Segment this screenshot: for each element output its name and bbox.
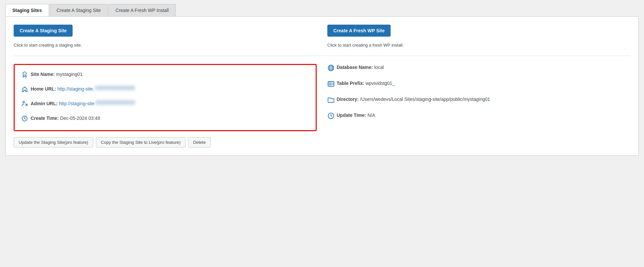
- tabs-bar: Staging Sites Create A Staging Site Crea…: [0, 0, 644, 16]
- db-name-row: Database Name: local: [327, 64, 630, 74]
- folder-icon: [327, 96, 337, 106]
- site-name-value: mystaging01: [56, 71, 82, 78]
- table-icon: [327, 80, 337, 90]
- create-fresh-wp-button[interactable]: Create A Fresh WP Site: [327, 25, 391, 37]
- home-icon: [21, 86, 31, 95]
- update-time-row: Update Time: N/A: [327, 112, 630, 122]
- create-time-value: Dec-05-2024 03:48: [60, 115, 100, 122]
- bottom-actions: Update the Staging Site(pro feature) Cop…: [14, 137, 317, 147]
- create-staging-desc: Click to start creating a staging site.: [14, 43, 317, 48]
- db-name-value: local: [374, 64, 384, 71]
- admin-url-link[interactable]: http://staging-site: [59, 100, 95, 107]
- main-panel: Create A Staging Site Click to start cre…: [5, 16, 639, 156]
- admin-url-blurred: [95, 100, 135, 105]
- site-name-row: Site Name: mystaging01: [21, 71, 309, 80]
- home-url-label: Home URL:: [31, 86, 56, 93]
- tab-staging-sites[interactable]: Staging Sites: [5, 4, 49, 16]
- admin-icon: [21, 101, 31, 110]
- directory-value: /Users/wedevs/Local Sites/staging-site/a…: [360, 96, 490, 103]
- update-staging-button[interactable]: Update the Staging Site(pro feature): [14, 137, 93, 147]
- table-prefix-row: Table Prefix: wpvividstg01_: [327, 80, 630, 90]
- home-url-blurred: [95, 86, 135, 90]
- copy-to-live-button[interactable]: Copy the Staging Site to Live(pro featur…: [96, 137, 185, 147]
- svg-point-0: [23, 72, 26, 75]
- create-staging-button[interactable]: Create A Staging Site: [14, 25, 73, 37]
- svg-rect-8: [328, 82, 334, 86]
- admin-url-label: Admin URL:: [31, 100, 58, 107]
- create-fresh-wp-action: Create A Fresh WP Site Click to start cr…: [327, 25, 630, 48]
- top-actions: Create A Staging Site Click to start cre…: [14, 25, 630, 56]
- update-clock-icon: [327, 112, 337, 122]
- right-column: Database Name: local Table Prefix: wpviv…: [327, 64, 630, 147]
- table-prefix-label: Table Prefix:: [337, 80, 364, 87]
- create-time-label: Create Time:: [31, 115, 59, 122]
- home-url-row: Home URL: http://staging-site.: [21, 86, 309, 95]
- directory-row: Directory: /Users/wedevs/Local Sites/sta…: [327, 96, 630, 106]
- home-url-link[interactable]: http://staging-site.: [57, 86, 94, 93]
- tab-create-staging-site[interactable]: Create A Staging Site: [50, 4, 108, 16]
- left-column: Site Name: mystaging01 Home URL: http://…: [14, 64, 317, 147]
- content-area: Site Name: mystaging01 Home URL: http://…: [14, 64, 630, 147]
- update-time-value: N/A: [367, 112, 375, 119]
- admin-url-row: Admin URL: http://staging-site: [21, 100, 309, 110]
- delete-button[interactable]: Delete: [188, 137, 211, 147]
- award-icon: [21, 71, 31, 80]
- db-name-label: Database Name:: [337, 64, 373, 71]
- update-time-label: Update Time:: [337, 112, 366, 119]
- site-info-box: Site Name: mystaging01 Home URL: http://…: [14, 64, 317, 131]
- clock-icon: [21, 115, 31, 124]
- tab-create-fresh-wp[interactable]: Create A Fresh WP Install: [109, 4, 176, 16]
- globe-icon: [327, 64, 337, 74]
- table-prefix-value: wpvividstg01_: [366, 80, 395, 87]
- create-staging-action: Create A Staging Site Click to start cre…: [14, 25, 317, 48]
- svg-point-1: [23, 102, 25, 103]
- site-name-label: Site Name:: [31, 71, 55, 78]
- create-time-row: Create Time: Dec-05-2024 03:48: [21, 115, 309, 124]
- create-fresh-wp-desc: Click to start creating a fresh WP insta…: [327, 43, 630, 48]
- directory-label: Directory:: [337, 96, 359, 103]
